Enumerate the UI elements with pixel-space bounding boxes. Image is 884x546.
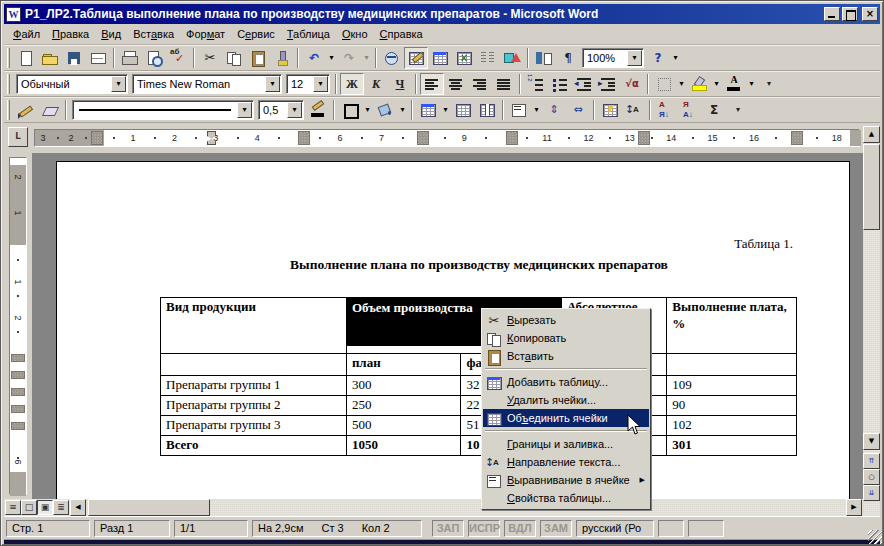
context-menu-item[interactable]: Добавить таблицу... (483, 373, 649, 391)
highlight-button[interactable] (687, 73, 711, 95)
select-browse-object-button[interactable]: ○ (863, 469, 880, 485)
decrease-indent-button[interactable] (572, 73, 596, 95)
scroll-down-button[interactable]: ▼ (863, 433, 880, 450)
save-button[interactable] (62, 47, 86, 69)
table-cell[interactable]: 102 (667, 415, 797, 435)
status-indicator-ЗАП[interactable]: ЗАП (432, 520, 464, 537)
undo-button[interactable]: ↶ (302, 47, 326, 69)
equation-button[interactable]: √α (620, 73, 644, 95)
table-column-marker[interactable] (638, 131, 650, 145)
table-cell[interactable] (667, 354, 797, 376)
status-indicator-ЗАМ[interactable]: ЗАМ (540, 520, 572, 537)
document-page[interactable]: Таблица 1. Выполнение плана по производс… (56, 161, 850, 499)
horizontal-scrollbar[interactable]: ≡ □ ▣ ≣ ◀ ▶ (4, 499, 863, 516)
title-bar[interactable]: W Р1_ЛР2.Таблица выполнение плана по про… (4, 4, 880, 24)
merge-cells-button[interactable] (451, 99, 475, 121)
borders-dropdown[interactable]: ▾ (676, 73, 687, 95)
tab-selector-button[interactable]: L (8, 127, 28, 147)
table-cell[interactable]: Препараты группы 2 (161, 395, 347, 415)
context-menu-item[interactable]: ✂Вырезать (483, 311, 649, 329)
autosum-button[interactable]: Σ (702, 99, 726, 121)
web-layout-view-button[interactable]: □ (21, 500, 37, 515)
help-dropdown[interactable]: ▾ (670, 47, 681, 69)
previous-page-button[interactable]: ⇈ (863, 453, 880, 469)
bullets-button[interactable] (548, 73, 572, 95)
draw-table-button[interactable] (14, 99, 38, 121)
minimize-button[interactable] (824, 7, 840, 21)
table-cell[interactable]: Всего (161, 435, 347, 455)
table-cell[interactable]: Вид продукции (161, 298, 347, 354)
scroll-up-button[interactable]: ▲ (863, 126, 880, 143)
sort-ascending-button[interactable] (654, 99, 678, 121)
next-page-button[interactable]: ⇊ (863, 485, 880, 501)
borders-button[interactable] (652, 73, 676, 95)
table-column-marker[interactable] (91, 131, 103, 145)
toolbar-drag-handle[interactable] (7, 74, 10, 94)
shading-color-dropdown[interactable]: ▾ (397, 99, 408, 121)
table-cell[interactable]: Выполнение плата, % (667, 298, 797, 354)
menubar-item-6[interactable]: Сервис (231, 25, 281, 43)
resize-grip[interactable] (868, 530, 882, 544)
menubar-item-7[interactable]: Таблица (281, 25, 336, 43)
tables-and-borders-button[interactable] (404, 47, 428, 69)
help-button[interactable]: ? (646, 47, 670, 69)
align-left-button[interactable] (420, 73, 444, 95)
outside-border-dropdown[interactable]: ▾ (362, 99, 373, 121)
columns-button[interactable] (476, 47, 500, 69)
table-column-marker[interactable] (417, 131, 429, 145)
context-menu-item[interactable]: Выравнивание в ячейке▶ (483, 471, 649, 489)
context-menu-item[interactable]: Границы и заливка... (483, 435, 649, 453)
style-combo[interactable]: Обычный▾ (16, 74, 128, 94)
email-button[interactable] (86, 47, 110, 69)
context-menu-item[interactable]: Копировать (483, 329, 649, 347)
align-right-button[interactable] (468, 73, 492, 95)
toolbar-drag-handle[interactable] (7, 100, 10, 120)
toolbar-drag-handle[interactable] (7, 48, 10, 68)
outline-view-button[interactable]: ≣ (53, 500, 69, 515)
open-button[interactable] (38, 47, 62, 69)
spelling-button[interactable] (166, 47, 190, 69)
table-column-marker[interactable] (791, 131, 803, 145)
line-weight-combo[interactable]: 0,5▾ (258, 100, 304, 120)
font-combo[interactable]: Times New Roman▾ (132, 74, 282, 94)
undo-dropdown[interactable]: ▾ (326, 47, 337, 69)
vertical-scrollbar[interactable]: ▲ ▼ ⇈ ○ ⇊ (863, 126, 880, 516)
table-row-marker[interactable] (11, 422, 25, 430)
insert-table-dd-dropdown[interactable]: ▾ (440, 99, 451, 121)
size-combo-dropdown[interactable]: ▾ (313, 76, 328, 92)
zoom-combo[interactable]: 100%▾ (582, 48, 644, 68)
table-column-marker[interactable] (298, 131, 310, 145)
table-cell[interactable]: Препараты группы 3 (161, 415, 347, 435)
shading-color-button[interactable] (373, 99, 397, 121)
vertical-scroll-thumb[interactable] (863, 144, 880, 230)
table-row-marker[interactable] (11, 388, 25, 396)
cell-alignment-button[interactable] (507, 99, 531, 121)
table-cell[interactable]: 90 (667, 395, 797, 415)
distribute-columns-button[interactable]: ⇔ (566, 99, 590, 121)
print-layout-view-button[interactable]: ▣ (37, 500, 53, 515)
table-row-marker[interactable] (11, 405, 25, 413)
line-style-combo-dropdown[interactable]: ▾ (237, 102, 252, 118)
table-cell[interactable] (161, 354, 347, 376)
size-combo[interactable]: 12▾ (286, 74, 330, 94)
distribute-rows-button[interactable]: ⇕ (542, 99, 566, 121)
style-combo-dropdown[interactable]: ▾ (111, 76, 126, 92)
italic-button[interactable]: К (364, 73, 388, 95)
cell-alignment-dropdown[interactable]: ▾ (531, 99, 542, 121)
eraser-button[interactable] (38, 99, 62, 121)
new-document-button[interactable] (14, 47, 38, 69)
outside-border-button[interactable] (338, 99, 362, 121)
context-menu-item[interactable]: Вставить (483, 347, 649, 365)
cut-button[interactable]: ✂ (198, 47, 222, 69)
print-button[interactable] (118, 47, 142, 69)
bold-button[interactable]: Ж (340, 73, 364, 95)
font-color-dropdown[interactable]: ▾ (746, 73, 757, 95)
line-weight-combo-dropdown[interactable]: ▾ (287, 102, 302, 118)
table-row-marker[interactable] (11, 371, 25, 379)
table-cell[interactable]: план (346, 354, 461, 376)
align-center-button[interactable] (444, 73, 468, 95)
insert-table-dd-button[interactable] (416, 99, 440, 121)
print-preview-button[interactable] (142, 47, 166, 69)
highlight-dropdown[interactable]: ▾ (711, 73, 722, 95)
table-cell[interactable]: 500 (346, 415, 461, 435)
